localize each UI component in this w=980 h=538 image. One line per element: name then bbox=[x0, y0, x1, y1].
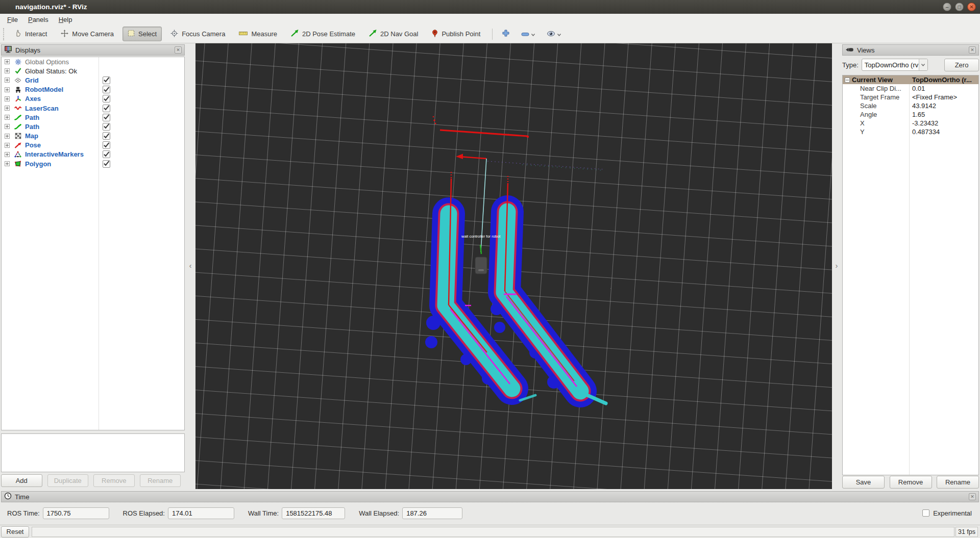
tool-publish-point[interactable]: Publish Point bbox=[427, 27, 485, 42]
display-enabled-checkbox[interactable] bbox=[103, 105, 110, 112]
menu-file[interactable]: File bbox=[2, 15, 23, 24]
display-label: LaserScan bbox=[25, 105, 59, 112]
display-row-axes[interactable]: Axes bbox=[2, 94, 184, 104]
add-button[interactable]: Add bbox=[1, 474, 42, 487]
display-row-laserscan[interactable]: LaserScan bbox=[2, 104, 184, 113]
axes-icon bbox=[14, 95, 22, 102]
save-view-button[interactable]: Save bbox=[842, 476, 885, 489]
display-enabled-checkbox[interactable] bbox=[103, 123, 110, 131]
maximize-button[interactable]: □ bbox=[955, 3, 964, 11]
time-panel-title: Time bbox=[15, 493, 29, 501]
ros-time-input[interactable]: 1750.75 bbox=[43, 507, 109, 519]
display-enabled-checkbox[interactable] bbox=[103, 114, 110, 121]
view-property-near-clip-di-[interactable]: Near Clip Di...0.01 bbox=[843, 84, 978, 93]
expand-icon[interactable] bbox=[5, 68, 10, 73]
collapse-left-panel-arrow[interactable]: ‹ bbox=[186, 261, 195, 270]
display-enabled-checkbox[interactable] bbox=[103, 160, 110, 168]
display-row-path[interactable]: Path bbox=[2, 113, 184, 122]
expand-icon[interactable] bbox=[5, 124, 10, 129]
expand-icon[interactable] bbox=[5, 134, 10, 139]
property-value[interactable]: -3.23432 bbox=[912, 119, 938, 127]
remove-view-button[interactable]: Remove bbox=[890, 476, 932, 489]
tool-measure[interactable]: Measure bbox=[234, 27, 282, 41]
display-enabled-checkbox[interactable] bbox=[103, 141, 110, 149]
expand-icon[interactable] bbox=[5, 96, 10, 101]
views-close-icon[interactable]: ✕ bbox=[969, 46, 976, 54]
display-row-global-status-ok[interactable]: Global Status: Ok bbox=[2, 66, 184, 75]
tool-select[interactable]: Select bbox=[122, 27, 162, 41]
tool-focus-camera[interactable]: Focus Camera bbox=[165, 27, 230, 42]
expand-icon[interactable] bbox=[5, 87, 10, 92]
expand-icon[interactable] bbox=[5, 78, 10, 83]
view-property-scale[interactable]: Scale43.9142 bbox=[843, 101, 978, 110]
display-label: Grid bbox=[25, 76, 39, 84]
minimize-button[interactable]: – bbox=[943, 3, 951, 11]
property-value[interactable]: 0.01 bbox=[912, 85, 925, 92]
display-row-global-options[interactable]: Global Options bbox=[2, 57, 184, 66]
display-row-robotmodel[interactable]: RobotModel bbox=[2, 85, 184, 94]
3d-viewport[interactable]: wait controller for robot bbox=[195, 43, 832, 489]
expand-icon[interactable] bbox=[5, 59, 10, 64]
display-enabled-checkbox[interactable] bbox=[103, 86, 110, 93]
view-property-x[interactable]: X-3.23432 bbox=[843, 119, 978, 127]
views-panel-header[interactable]: Views ✕ bbox=[842, 44, 979, 56]
display-enabled-checkbox[interactable] bbox=[103, 132, 110, 140]
menu-panels[interactable]: Panels bbox=[23, 15, 54, 24]
path-icon bbox=[14, 115, 22, 120]
display-row-grid[interactable]: Grid bbox=[2, 75, 184, 85]
time-close-icon[interactable]: ✕ bbox=[969, 493, 976, 500]
expand-icon[interactable] bbox=[5, 106, 10, 111]
displays-close-icon[interactable]: ✕ bbox=[175, 46, 182, 54]
tool-2d-pose-estimate[interactable]: 2D Pose Estimate bbox=[286, 27, 360, 41]
visibility-tool-button[interactable] bbox=[544, 27, 565, 41]
property-value[interactable]: 0.487334 bbox=[912, 128, 940, 136]
rename-view-button[interactable]: Rename bbox=[937, 476, 979, 489]
view-type-select[interactable]: TopDownOrtho (rv bbox=[862, 59, 928, 71]
expand-icon[interactable] bbox=[5, 143, 10, 148]
display-row-map[interactable]: Map bbox=[2, 132, 184, 141]
tool-2d-nav-goal[interactable]: 2D Nav Goal bbox=[364, 27, 423, 41]
rename-button[interactable]: Rename bbox=[140, 474, 181, 487]
visualization-layer: wait controller for robot bbox=[195, 43, 832, 489]
view-property-y[interactable]: Y0.487334 bbox=[843, 127, 978, 136]
remove-button[interactable]: Remove bbox=[93, 474, 135, 487]
tool-interact[interactable]: Interact bbox=[9, 27, 52, 41]
wall-elapsed-input[interactable]: 187.26 bbox=[402, 507, 462, 519]
close-button[interactable]: ✕ bbox=[967, 3, 976, 11]
remove-tool-button[interactable] bbox=[518, 27, 538, 41]
add-tool-button[interactable] bbox=[499, 27, 513, 42]
duplicate-button[interactable]: Duplicate bbox=[47, 474, 89, 487]
property-value[interactable]: 43.9142 bbox=[912, 102, 936, 110]
ros-elapsed-input[interactable]: 174.01 bbox=[168, 507, 234, 519]
display-enabled-checkbox[interactable] bbox=[103, 150, 110, 158]
expand-icon[interactable] bbox=[5, 152, 10, 157]
view-property-angle[interactable]: Angle1.65 bbox=[843, 110, 978, 119]
expand-icon[interactable] bbox=[5, 161, 10, 166]
property-value[interactable]: <Fixed Frame> bbox=[912, 93, 957, 101]
view-property-current-view[interactable]: Current ViewTopDownOrtho (r... bbox=[843, 75, 978, 84]
property-value[interactable]: 1.65 bbox=[912, 111, 925, 118]
display-row-interactivemarkers[interactable]: InteractiveMarkers bbox=[2, 150, 184, 159]
expand-icon[interactable] bbox=[5, 115, 10, 120]
display-row-polygon[interactable]: Polygon bbox=[2, 159, 184, 168]
experimental-checkbox[interactable] bbox=[922, 509, 929, 517]
reset-button[interactable]: Reset bbox=[1, 526, 29, 537]
displays-panel-header[interactable]: Displays ✕ bbox=[1, 44, 185, 56]
display-row-pose[interactable]: Pose bbox=[2, 141, 184, 150]
property-value[interactable]: TopDownOrtho (r... bbox=[912, 76, 972, 84]
menu-help[interactable]: Help bbox=[54, 15, 78, 24]
view-property-target-frame[interactable]: Target Frame<Fixed Frame> bbox=[843, 93, 978, 101]
collapse-icon[interactable] bbox=[845, 78, 850, 83]
display-label: Map bbox=[25, 132, 38, 140]
display-enabled-checkbox[interactable] bbox=[103, 76, 110, 84]
toolbar-drag-handle[interactable] bbox=[3, 28, 6, 40]
display-row-path[interactable]: Path bbox=[2, 122, 184, 131]
displays-tree: Global OptionsGlobal Status: OkGridRobot… bbox=[1, 57, 185, 430]
collapse-right-panel-arrow[interactable]: › bbox=[832, 261, 841, 270]
zero-button[interactable]: Zero bbox=[944, 59, 979, 71]
display-enabled-checkbox[interactable] bbox=[103, 95, 110, 103]
tool-move-camera[interactable]: Move Camera bbox=[56, 27, 119, 42]
time-field-label: Wall Time: bbox=[248, 509, 279, 517]
wall-time-input[interactable]: 1581522175.48 bbox=[282, 507, 345, 519]
time-panel-header[interactable]: Time ✕ bbox=[1, 491, 979, 502]
